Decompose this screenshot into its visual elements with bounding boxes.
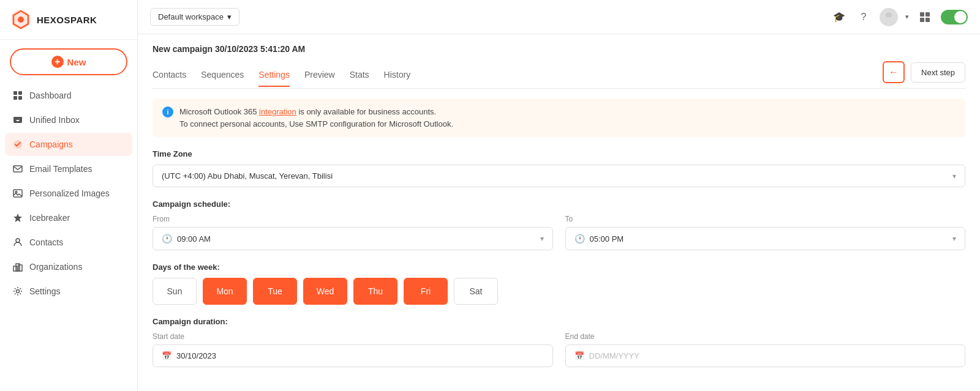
start-date-field: Start date 📅 30/10/2023 bbox=[153, 332, 553, 367]
help-icon[interactable]: ? bbox=[855, 9, 872, 26]
sidebar-item-contacts[interactable]: Contacts bbox=[5, 231, 132, 254]
sidebar-label-icebreaker: Icebreaker bbox=[29, 213, 70, 223]
main-area: Default workspace ▾ 🎓 ? ▾ bbox=[138, 0, 980, 391]
timezone-section: Time Zone (UTC +4:00) Abu Dhabi, Muscat,… bbox=[153, 149, 965, 187]
timezone-label: Time Zone bbox=[153, 149, 965, 158]
tab-preview[interactable]: Preview bbox=[304, 64, 335, 87]
tabs-actions: ← Next step bbox=[883, 61, 965, 88]
svg-point-2 bbox=[18, 17, 24, 23]
calendar-icon-end: 📅 bbox=[575, 351, 584, 360]
tab-settings[interactable]: Settings bbox=[258, 64, 290, 87]
timezone-chevron-icon: ▾ bbox=[952, 172, 956, 181]
sidebar-item-campaigns[interactable]: Campaigns bbox=[5, 133, 132, 156]
sidebar-label-personalized-images: Personalized Images bbox=[29, 188, 110, 198]
start-date-label: Start date bbox=[153, 332, 553, 341]
to-select[interactable]: 🕐 05:00 PM ▾ bbox=[565, 227, 966, 250]
sidebar-label-email-templates: Email Templates bbox=[29, 164, 92, 174]
to-chevron-icon: ▾ bbox=[952, 234, 956, 243]
duration-section: Campaign duration: Start date 📅 30/10/20… bbox=[153, 317, 965, 367]
grid-icon bbox=[12, 90, 23, 101]
day-thu[interactable]: Thu bbox=[353, 278, 398, 305]
content-header: New campaign 30/10/2023 5:41:20 AM Conta… bbox=[138, 34, 980, 89]
avatar-chevron-icon: ▾ bbox=[905, 13, 909, 21]
tab-sequences[interactable]: Sequences bbox=[201, 64, 244, 87]
svg-rect-9 bbox=[13, 166, 22, 172]
svg-rect-6 bbox=[18, 96, 22, 100]
end-date-input[interactable]: 📅 DD/MM/YYYY bbox=[565, 344, 966, 367]
workspace-selector[interactable]: Default workspace ▾ bbox=[150, 8, 239, 26]
day-tue[interactable]: Tue bbox=[253, 278, 297, 305]
gear-icon bbox=[12, 286, 23, 297]
info-line2: To connect personal accounts, Use SMTP c… bbox=[179, 119, 453, 128]
svg-point-11 bbox=[15, 192, 17, 193]
svg-rect-5 bbox=[13, 96, 17, 100]
toggle-knob bbox=[954, 11, 967, 23]
sidebar-nav: Dashboard Unified Inbox Campaigns bbox=[0, 84, 137, 303]
days-row: Sun Mon Tue Wed Thu Fri Sat bbox=[153, 278, 965, 305]
sidebar-label-dashboard: Dashboard bbox=[29, 91, 72, 100]
calendar-icon-start: 📅 bbox=[162, 351, 172, 360]
apps-grid-icon[interactable] bbox=[916, 9, 933, 26]
campaign-title: New campaign 30/10/2023 5:41:20 AM bbox=[153, 44, 965, 54]
sidebar-item-personalized-images[interactable]: Personalized Images bbox=[5, 182, 132, 205]
to-label: To bbox=[565, 215, 966, 223]
from-field: From 🕐 09:00 AM ▾ bbox=[153, 215, 553, 250]
hexospark-logo-icon bbox=[10, 9, 32, 31]
topbar: Default workspace ▾ 🎓 ? ▾ bbox=[138, 0, 980, 34]
new-button[interactable]: + New bbox=[10, 48, 127, 75]
info-banner: i Microsoft Outlook 365 integration is o… bbox=[153, 99, 965, 137]
info-line1-prefix: Microsoft Outlook 365 bbox=[179, 107, 259, 116]
to-field: To 🕐 05:00 PM ▾ bbox=[565, 215, 966, 250]
end-date-field: End date 📅 DD/MM/YYYY bbox=[565, 332, 966, 367]
day-sat[interactable]: Sat bbox=[454, 278, 498, 305]
tab-stats[interactable]: Stats bbox=[350, 64, 369, 87]
toggle-switch[interactable] bbox=[941, 10, 968, 24]
sidebar: HEXOSPARK + New Dashboard Unified Inbox bbox=[0, 0, 138, 391]
graduation-icon[interactable]: 🎓 bbox=[831, 9, 848, 26]
sidebar-label-unified-inbox: Unified Inbox bbox=[29, 115, 80, 125]
start-date-input[interactable]: 📅 30/10/2023 bbox=[153, 344, 553, 367]
info-line1-suffix: is only available for business accounts. bbox=[296, 107, 436, 116]
svg-rect-7 bbox=[13, 117, 22, 118]
duration-label: Campaign duration: bbox=[153, 317, 965, 326]
tab-contacts[interactable]: Contacts bbox=[153, 64, 186, 87]
new-button-label: New bbox=[67, 57, 86, 67]
svg-rect-3 bbox=[13, 91, 17, 95]
settings-body: i Microsoft Outlook 365 integration is o… bbox=[138, 89, 980, 391]
icebreaker-icon bbox=[12, 212, 23, 223]
start-date-value: 30/10/2023 bbox=[176, 351, 216, 360]
timezone-select[interactable]: (UTC +4:00) Abu Dhabi, Muscat, Yerevan, … bbox=[153, 165, 965, 187]
to-value: 05:00 PM bbox=[590, 234, 948, 244]
workspace-label: Default workspace bbox=[158, 12, 224, 21]
svg-point-13 bbox=[16, 239, 20, 242]
content-area: New campaign 30/10/2023 5:41:20 AM Conta… bbox=[138, 34, 980, 391]
svg-rect-4 bbox=[18, 91, 22, 95]
sidebar-item-organizations[interactable]: Organizations bbox=[5, 255, 132, 278]
sidebar-item-settings[interactable]: Settings bbox=[5, 280, 132, 303]
sidebar-item-unified-inbox[interactable]: Unified Inbox bbox=[5, 108, 132, 132]
sidebar-item-dashboard[interactable]: Dashboard bbox=[5, 84, 132, 107]
day-fri[interactable]: Fri bbox=[404, 278, 448, 305]
tab-history[interactable]: History bbox=[384, 64, 411, 87]
avatar[interactable] bbox=[880, 8, 898, 26]
timezone-value: (UTC +4:00) Abu Dhabi, Muscat, Yerevan, … bbox=[162, 171, 333, 181]
end-date-placeholder: DD/MM/YYYY bbox=[589, 351, 639, 360]
back-button[interactable]: ← bbox=[883, 61, 905, 83]
day-wed[interactable]: Wed bbox=[303, 278, 347, 305]
schedule-label: Campaign schedule: bbox=[153, 199, 965, 209]
info-link[interactable]: integration bbox=[259, 107, 296, 116]
inbox-icon bbox=[12, 114, 23, 125]
from-select[interactable]: 🕐 09:00 AM ▾ bbox=[153, 227, 553, 250]
topbar-left: Default workspace ▾ bbox=[150, 8, 239, 26]
day-sun[interactable]: Sun bbox=[153, 278, 197, 305]
sidebar-label-contacts: Contacts bbox=[29, 237, 63, 247]
info-icon: i bbox=[162, 106, 173, 117]
clock-icon-from: 🕐 bbox=[162, 234, 172, 244]
sidebar-item-icebreaker[interactable]: Icebreaker bbox=[5, 206, 132, 229]
next-step-button[interactable]: Next step bbox=[911, 62, 965, 83]
plus-icon: + bbox=[51, 56, 64, 68]
days-section: Days of the week: Sun Mon Tue Wed Thu Fr… bbox=[153, 263, 965, 305]
days-label: Days of the week: bbox=[153, 263, 965, 272]
day-mon[interactable]: Mon bbox=[203, 278, 247, 305]
sidebar-item-email-templates[interactable]: Email Templates bbox=[5, 157, 132, 181]
